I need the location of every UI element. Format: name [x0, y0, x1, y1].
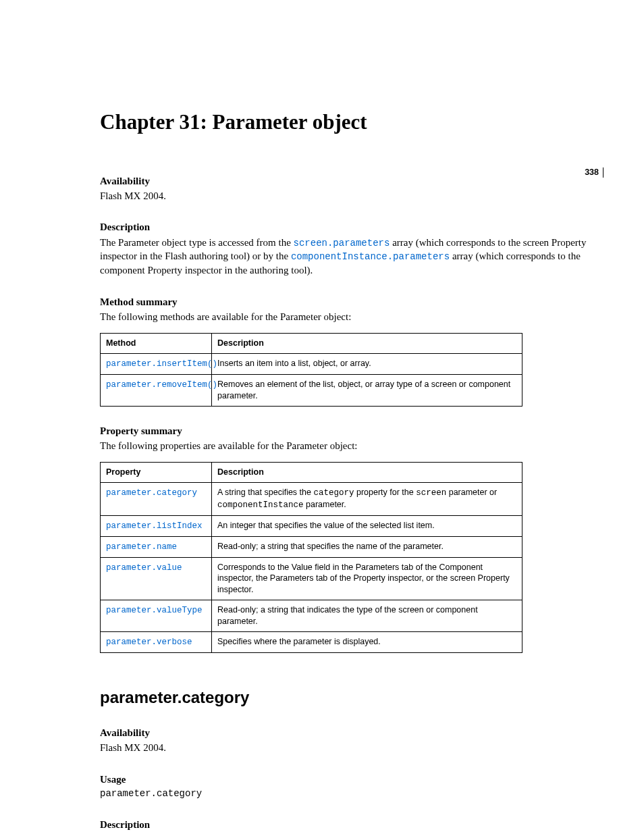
property-description: Read-only; a string that specifies the n… — [212, 536, 522, 557]
link-parameter-verbose[interactable]: parameter.verbose — [106, 637, 192, 647]
description-fragment: The Parameter object type is accessed fr… — [100, 237, 294, 248]
table-row: parameter.value Corresponds to the Value… — [101, 557, 522, 600]
property-description: Read-only; a string that indicates the t… — [212, 600, 522, 632]
link-parameter-listindex[interactable]: parameter.listIndex — [106, 521, 203, 531]
code-inline: screen — [416, 488, 446, 498]
chapter-title: Chapter 31: Parameter object — [100, 108, 603, 136]
desc-fragment: property for the — [354, 488, 416, 497]
availability-text: Flash MX 2004. — [100, 189, 603, 203]
method-summary-table: Method Description parameter.insertItem(… — [100, 333, 522, 407]
property-description: Specifies where the parameter is display… — [212, 631, 522, 652]
table-row: parameter.name Read-only; a string that … — [101, 536, 522, 557]
description-header: Description — [212, 463, 522, 483]
link-componentinstance-parameters[interactable]: componentInstance.parameters — [291, 251, 450, 262]
property-summary-label: Property summary — [100, 424, 603, 438]
table-row: parameter.listIndex An integer that spec… — [101, 515, 522, 536]
description-text: The Parameter object type is accessed fr… — [100, 236, 603, 278]
table-header-row: Method Description — [101, 334, 522, 354]
link-screen-parameters[interactable]: screen.parameters — [294, 238, 390, 249]
property-header: Property — [101, 463, 212, 483]
link-parameter-value[interactable]: parameter.value — [106, 563, 182, 573]
method-description: Removes an element of the list, object, … — [212, 374, 522, 406]
property-description: Corresponds to the Value field in the Pa… — [212, 557, 522, 600]
section-title: parameter.category — [100, 687, 603, 708]
table-header-row: Property Description — [101, 463, 522, 483]
availability-text: Flash MX 2004. — [100, 741, 603, 754]
code-inline: category — [313, 488, 354, 498]
property-summary-intro: The following properties are available f… — [100, 439, 603, 452]
usage-label: Usage — [100, 773, 603, 786]
property-summary-table: Property Description parameter.category … — [100, 462, 522, 653]
code-inline: componentInstance — [217, 500, 304, 510]
method-header: Method — [101, 334, 212, 354]
page-container: 338 Chapter 31: Parameter object Availab… — [0, 108, 644, 834]
link-parameter-removeitem[interactable]: parameter.removeItem() — [106, 380, 217, 390]
method-summary-intro: The following methods are available for … — [100, 310, 603, 323]
desc-fragment: parameter. — [304, 500, 346, 509]
table-row: parameter.insertItem() Inserts an item i… — [101, 354, 522, 375]
availability-label: Availability — [100, 174, 603, 188]
description-header: Description — [212, 334, 522, 354]
availability-label: Availability — [100, 726, 603, 739]
link-parameter-insertitem[interactable]: parameter.insertItem() — [106, 359, 217, 369]
table-row: parameter.removeItem() Removes an elemen… — [101, 374, 522, 406]
description-label: Description — [100, 220, 603, 234]
page-number: 338 — [585, 167, 603, 178]
table-row: parameter.category A string that specifi… — [101, 483, 522, 516]
link-parameter-name[interactable]: parameter.name — [106, 542, 177, 552]
table-row: parameter.verbose Specifies where the pa… — [101, 631, 522, 652]
method-description: Inserts an item into a list, object, or … — [212, 354, 522, 375]
desc-fragment: A string that specifies the — [217, 488, 313, 497]
table-row: parameter.valueType Read-only; a string … — [101, 600, 522, 632]
method-summary-label: Method summary — [100, 295, 603, 309]
link-parameter-category[interactable]: parameter.category — [106, 488, 197, 498]
desc-fragment: parameter or — [446, 488, 497, 497]
link-parameter-valuetype[interactable]: parameter.valueType — [106, 606, 203, 615]
description-label: Description — [100, 818, 603, 831]
property-description: A string that specifies the category pro… — [212, 483, 522, 516]
usage-text: parameter.category — [100, 787, 603, 800]
property-description: An integer that specifies the value of t… — [212, 515, 522, 536]
